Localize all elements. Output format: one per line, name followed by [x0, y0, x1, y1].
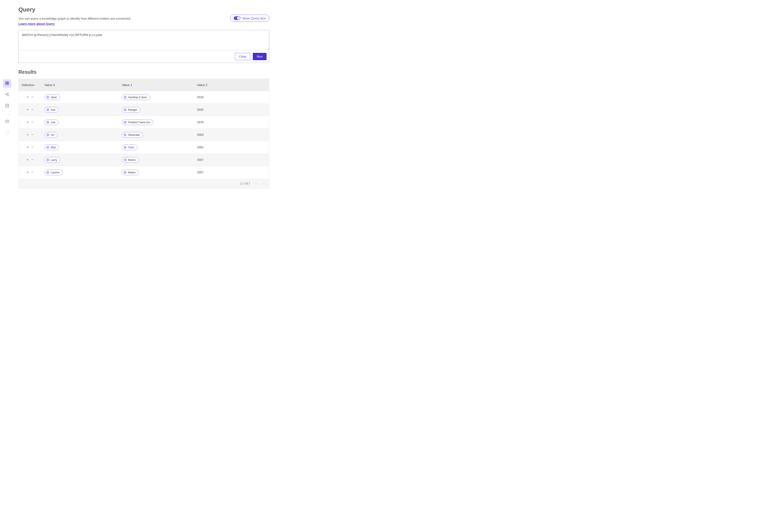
row-add-button[interactable]: + [27, 170, 29, 174]
entity-chip[interactable]: Ranger [122, 107, 140, 113]
chip-label: Uri [51, 133, 54, 136]
chip-label: Matrix [128, 171, 136, 174]
value-cell: 2002 [194, 141, 269, 154]
pagination-bar: 1-7 of 7 ‹ › [18, 179, 269, 189]
select-view-icon [5, 130, 9, 136]
entity-chip[interactable]: Jane [45, 95, 60, 100]
node-dot-icon [124, 146, 127, 149]
code-view-icon [5, 119, 9, 124]
node-dot-icon [124, 96, 127, 98]
node-dot-icon [46, 96, 49, 98]
value-cell: 2003 [194, 128, 269, 141]
table-row: +−JaneHardtop 2-door2016 [18, 91, 269, 103]
node-dot-icon [46, 158, 49, 161]
node-dot-icon [46, 121, 49, 124]
clear-button[interactable]: Clear [235, 53, 251, 60]
sidebar-select-view[interactable] [3, 129, 11, 137]
value-cell: 2007 [194, 166, 269, 179]
col-selection: Selection [18, 79, 42, 91]
page-prev-button[interactable]: ‹ [254, 182, 258, 185]
chip-label: Jane [51, 96, 57, 99]
value-cell: 2016 [194, 91, 269, 103]
query-input[interactable] [18, 30, 269, 50]
entity-chip[interactable]: Joe [45, 120, 59, 125]
pagination-range: 1-7 of 7 [240, 182, 250, 185]
row-remove-button[interactable]: − [31, 133, 33, 137]
entity-chip[interactable]: Firebird Trans Am [122, 120, 154, 125]
entity-chip[interactable]: Matrix [122, 170, 139, 175]
table-row: +−LaurenMatrix2007 [18, 166, 269, 179]
results-title: Results [18, 69, 269, 75]
node-dot-icon [46, 146, 49, 149]
learn-more-link[interactable]: Learn more about Query [18, 22, 55, 25]
value-cell: 1978 [194, 116, 269, 128]
col-value-1: Value 1 [119, 79, 194, 91]
chip-label: Ranger [128, 108, 137, 111]
page-description: You can query a knowledge graph to ident… [18, 16, 230, 21]
chip-label: Firebird Trans Am [128, 121, 151, 124]
page-next-button[interactable]: › [262, 182, 266, 185]
row-add-button[interactable]: + [27, 95, 29, 99]
svg-rect-0 [6, 82, 9, 84]
sidebar-chart-view[interactable] [3, 102, 11, 110]
row-add-button[interactable]: + [27, 133, 29, 137]
chip-label: Silverado [128, 133, 140, 136]
svg-line-12 [7, 121, 7, 122]
row-remove-button[interactable]: − [31, 120, 33, 124]
svg-line-8 [6, 94, 8, 94]
row-add-button[interactable]: + [27, 108, 29, 112]
row-remove-button[interactable]: − [31, 145, 33, 149]
svg-line-9 [6, 95, 8, 95]
sidebar-graph-view[interactable] [3, 91, 11, 99]
sidebar-table-view[interactable] [3, 79, 11, 88]
svg-point-6 [8, 93, 9, 94]
run-button[interactable]: Run [253, 53, 266, 60]
entity-chip[interactable]: Hardtop 2-door [122, 95, 150, 100]
show-query-box-toggle[interactable]: Show Query Box [230, 14, 269, 22]
chip-label: Civic [128, 146, 134, 149]
row-remove-button[interactable]: − [31, 158, 33, 162]
sidebar-code-view[interactable] [3, 118, 11, 126]
row-remove-button[interactable]: − [31, 170, 33, 174]
row-add-button[interactable]: + [27, 120, 29, 124]
table-view-icon [5, 81, 9, 86]
value-cell: 2020 [194, 103, 269, 116]
node-dot-icon [46, 171, 49, 174]
chip-label: Matrix [128, 158, 136, 161]
toggle-switch-icon [234, 16, 240, 20]
query-box: Clear Run [18, 30, 269, 63]
node-dot-icon [124, 133, 127, 136]
col-value-2: Value 2 [194, 79, 269, 91]
main-content: Query You can query a knowledge graph to… [14, 0, 278, 532]
chip-label: Joe [51, 121, 55, 124]
view-sidebar [0, 0, 14, 532]
table-row: +−JoeRanger2020 [18, 103, 269, 116]
toggle-label: Show Query Box [242, 16, 266, 20]
value-cell: 2007 [194, 154, 269, 166]
chip-label: Joe [51, 108, 55, 111]
entity-chip[interactable]: Matrix [122, 157, 139, 163]
chip-label: Larry [51, 158, 57, 161]
entity-chip[interactable]: Uri [45, 132, 57, 138]
node-dot-icon [124, 108, 127, 111]
row-remove-button[interactable]: − [31, 95, 33, 99]
node-dot-icon [124, 121, 127, 124]
entity-chip[interactable]: Etta [45, 145, 59, 150]
graph-view-icon [5, 92, 9, 97]
chip-label: Lauren [51, 171, 60, 174]
table-row: +−EttaCivic2002 [18, 141, 269, 154]
entity-chip[interactable]: Larry [45, 157, 60, 163]
entity-chip[interactable]: Silverado [122, 132, 143, 138]
chart-view-icon [5, 104, 9, 109]
entity-chip[interactable]: Joe [45, 107, 59, 113]
row-remove-button[interactable]: − [31, 108, 33, 112]
entity-chip[interactable]: Lauren [45, 170, 63, 175]
svg-rect-10 [6, 104, 9, 107]
node-dot-icon [124, 158, 127, 161]
table-row: +−JoeFirebird Trans Am1978 [18, 116, 269, 128]
row-add-button[interactable]: + [27, 145, 29, 149]
svg-point-5 [5, 94, 6, 95]
row-add-button[interactable]: + [27, 158, 29, 162]
entity-chip[interactable]: Civic [122, 145, 137, 150]
results-table: Selection Value 0 Value 1 Value 2 +−Jane… [18, 79, 269, 179]
